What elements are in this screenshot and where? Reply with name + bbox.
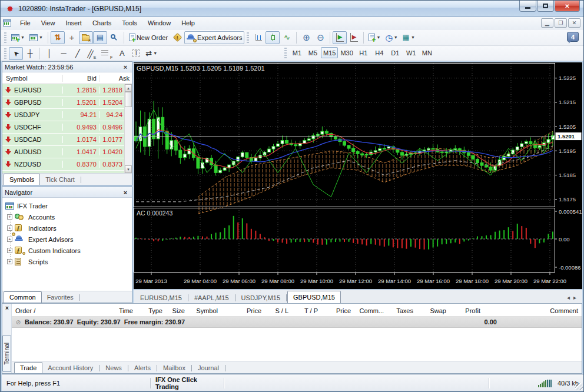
expert-advisors-button[interactable]: Expert Advisors: [184, 31, 244, 44]
auto-scroll-button[interactable]: ▶: [333, 31, 347, 44]
table-row[interactable]: EURJPY120.75120.78: [2, 171, 132, 173]
chart-tab--aapl-m15[interactable]: #AAPL,M15: [189, 292, 234, 303]
sidebar-item-expert-advisors[interactable]: +Expert Advisors: [5, 234, 132, 245]
scroll-up-icon[interactable]: ▲: [125, 84, 132, 92]
tab-common[interactable]: Common: [4, 291, 42, 303]
tab-favorites[interactable]: Favorites: [42, 292, 79, 303]
toolbar-grip[interactable]: [4, 48, 6, 59]
candlestick-chart-button[interactable]: [266, 31, 280, 44]
table-row[interactable]: EURUSD1.28151.2818: [2, 84, 132, 97]
cursor-tool-button[interactable]: ➤: [9, 47, 23, 60]
status-one-click[interactable]: IFX One Click Trading: [151, 375, 224, 391]
timeframe-m5[interactable]: M5: [305, 47, 321, 58]
market-watch-scrollbar[interactable]: ▲ ▼: [124, 84, 132, 173]
chart-canvas[interactable]: 1.52251.52151.52051.51951.51851.51750.00…: [134, 62, 582, 289]
menu-help[interactable]: Help: [176, 18, 200, 28]
column-price[interactable]: Price: [221, 307, 265, 314]
tab-mailbox[interactable]: Mailbox: [158, 363, 191, 373]
indicators-button[interactable]: +▼: [366, 31, 383, 44]
table-row[interactable]: USDCAD1.01741.0177: [2, 134, 132, 146]
new-order-button[interactable]: +New Order: [127, 31, 170, 44]
column-s-l[interactable]: S / L: [265, 307, 292, 314]
column-comment[interactable]: Comment: [484, 307, 582, 314]
tab-trade[interactable]: Trade: [14, 362, 42, 373]
profiles-button[interactable]: ▼: [27, 31, 45, 44]
timeframe-h4[interactable]: H4: [371, 47, 387, 58]
zoom-out-button[interactable]: ⊖: [313, 31, 327, 44]
notification-badge[interactable]: 4: [567, 32, 579, 42]
tab-journal[interactable]: Journal: [193, 363, 224, 373]
close-button[interactable]: ✕: [555, 1, 580, 12]
column-t-p[interactable]: T / P: [292, 307, 321, 314]
alert-button[interactable]: !: [170, 31, 184, 44]
menu-insert[interactable]: Insert: [60, 18, 87, 28]
new-chart-button[interactable]: +▼: [9, 31, 27, 44]
tab-news[interactable]: News: [100, 363, 127, 373]
tab-alerts[interactable]: Alerts: [129, 363, 156, 373]
toolbar-grip[interactable]: [4, 32, 6, 43]
zoom-in-button[interactable]: ⊕: [299, 31, 313, 44]
mdi-close-button[interactable]: ✕: [568, 18, 580, 28]
tabs-scroll-right-icon[interactable]: ▸: [573, 294, 576, 301]
terminal-close-icon[interactable]: ×: [4, 305, 11, 312]
templates-button[interactable]: ▦▼: [400, 31, 417, 44]
expand-plus-icon[interactable]: +: [7, 259, 12, 264]
terminal-toggle[interactable]: ▤: [93, 31, 107, 44]
menu-charts[interactable]: Charts: [87, 18, 117, 28]
chart-tab-usdjpy-m15[interactable]: USDJPY,M15: [236, 292, 286, 303]
chart-tab-eurusd-m15[interactable]: EURUSD,M15: [135, 292, 187, 303]
column-symbol[interactable]: Symbol: [188, 307, 221, 314]
expand-plus-icon[interactable]: +: [7, 214, 12, 220]
column-bid[interactable]: Bid: [62, 75, 99, 82]
table-row[interactable]: USDCHF0.94930.9496: [2, 121, 132, 134]
text-tool-button[interactable]: A: [115, 47, 129, 60]
timeframe-w1[interactable]: W1: [403, 47, 419, 58]
equidistant-channel-button[interactable]: ╱E: [85, 47, 99, 60]
scroll-down-icon[interactable]: ▼: [125, 165, 132, 173]
scroll-thumb[interactable]: [125, 92, 132, 107]
text-label-button[interactable]: T: [129, 47, 143, 60]
chart-window-icon[interactable]: [3, 19, 11, 26]
sidebar-item-scripts[interactable]: +Scripts: [5, 256, 132, 267]
column-profit[interactable]: Profit: [450, 307, 484, 314]
tab-account-history[interactable]: Account History: [42, 363, 98, 373]
maximize-button[interactable]: [537, 1, 554, 12]
navigator-close-icon[interactable]: ×: [121, 188, 130, 197]
timeframe-m30[interactable]: M30: [338, 47, 355, 58]
sidebar-item-custom-indicators[interactable]: +ƒCustom Indicators: [5, 245, 132, 256]
column-swap[interactable]: Swap: [417, 307, 450, 314]
horizontal-line-button[interactable]: ─: [57, 47, 71, 60]
arrows-tool-button[interactable]: ⇄▼: [143, 47, 160, 60]
mdi-restore-button[interactable]: ❐: [555, 18, 567, 28]
crosshair-tool-button[interactable]: ┼: [23, 47, 37, 60]
menu-window[interactable]: Window: [142, 18, 176, 28]
line-chart-button[interactable]: ∿: [280, 31, 294, 44]
mdi-minimize-button[interactable]: ▁: [541, 18, 553, 28]
fibonacci-button[interactable]: F: [99, 47, 115, 60]
periods-button[interactable]: ◷▼: [383, 31, 400, 44]
tabs-scroll-left-icon[interactable]: ◂: [567, 294, 570, 301]
timeframe-mn[interactable]: MN: [419, 47, 435, 58]
menu-file[interactable]: File: [15, 18, 36, 28]
strategy-tester-button[interactable]: [107, 31, 121, 44]
toolbar-grip[interactable]: [284, 48, 287, 58]
column-time[interactable]: Time: [100, 307, 137, 314]
table-row[interactable]: USDJPY94.2194.24: [2, 109, 132, 121]
vertical-line-button[interactable]: │: [42, 47, 57, 60]
chart-shift-button[interactable]: ▶: [347, 31, 361, 44]
market-watch-close-icon[interactable]: ×: [121, 63, 130, 71]
minimize-button[interactable]: [519, 1, 536, 12]
column-price[interactable]: Price: [321, 307, 354, 314]
expand-plus-icon[interactable]: +: [7, 237, 12, 242]
timeframe-m1[interactable]: M1: [289, 47, 305, 58]
menu-tools[interactable]: Tools: [117, 18, 142, 28]
timeframe-d1[interactable]: D1: [387, 47, 403, 58]
menu-view[interactable]: View: [36, 18, 61, 28]
toolbar-grip[interactable]: [247, 32, 249, 43]
navigator-root[interactable]: IFX Trader: [5, 200, 132, 211]
table-row[interactable]: GBPUSD1.52011.5204: [2, 97, 132, 109]
navigator-toggle[interactable]: ★: [79, 31, 93, 44]
column-taxes[interactable]: Taxes: [387, 307, 417, 314]
market-watch-toggle[interactable]: ⇅: [51, 31, 65, 44]
column-size[interactable]: Size: [166, 307, 188, 314]
